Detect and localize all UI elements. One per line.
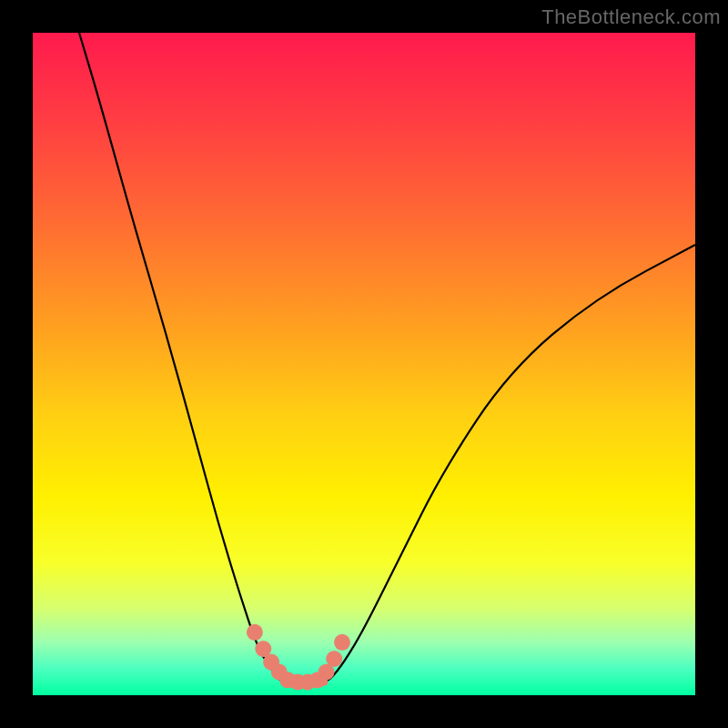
watermark-text: TheBottleneck.com (541, 5, 721, 29)
left-curve (79, 33, 285, 682)
right-curve (324, 245, 695, 682)
marker-dot (334, 634, 350, 651)
marker-dot (247, 624, 263, 641)
chart-svg (33, 33, 695, 695)
marker-dot (326, 651, 342, 667)
marker-dots (247, 624, 350, 691)
curve-group (79, 33, 695, 682)
chart-frame: TheBottleneck.com (0, 0, 728, 728)
